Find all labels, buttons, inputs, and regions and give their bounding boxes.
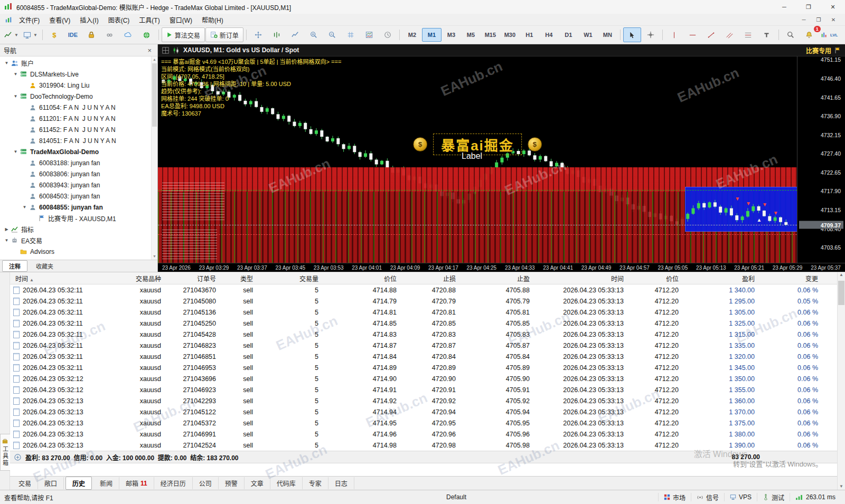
menu-item-4[interactable]: 工具(T) (134, 14, 164, 25)
history-row[interactable]: 2026.04.23 05:32:13xauusd271045122sell54… (10, 406, 837, 417)
trendline-button[interactable] (702, 27, 720, 42)
history-row[interactable]: 2026.04.23 05:32:11xauusd271046851sell54… (10, 351, 837, 362)
chart-type-button[interactable]: ▼ (2, 27, 21, 42)
bar-chart-button[interactable] (268, 27, 286, 42)
history-row[interactable]: 2026.04.23 05:32:13xauusd271042293sell54… (10, 395, 837, 406)
nav-item-0[interactable]: ▼账户 (0, 58, 157, 69)
column-header-11[interactable]: 变更 (759, 274, 822, 283)
history-row[interactable]: 2026.04.23 05:32:13xauusd271042524sell54… (10, 440, 837, 451)
connection-status[interactable]: 263.01 ms (790, 493, 841, 501)
toolbox-tab-专家[interactable]: 专家 (303, 477, 328, 489)
history-table-header[interactable]: 时间▲交易品种订单号类型交易量价位止损止盈时间价位盈利变更 (10, 272, 837, 284)
history-row[interactable]: 2026.04.23 05:32:11xauusd271046953sell54… (10, 362, 837, 373)
history-row[interactable]: 2026.04.23 05:32:11xauusd271045136sell54… (10, 307, 837, 318)
nav-item-10[interactable]: 60083806: junyan fan (0, 168, 157, 179)
child-restore-button[interactable]: ❐ (811, 17, 826, 23)
auto-scroll-button[interactable] (379, 27, 397, 42)
fibonacci-button[interactable] (739, 27, 757, 42)
column-header-7[interactable]: 止盈 (460, 274, 534, 283)
nav-item-18[interactable]: ExpertMACD (0, 257, 157, 260)
status-市场[interactable]: 市场 (658, 493, 691, 501)
cloud-sync-button[interactable] (119, 27, 137, 42)
vertical-line-button[interactable] (665, 27, 683, 42)
menu-item-3[interactable]: 图表(C) (104, 14, 135, 25)
toolbox-tab-预警[interactable]: 预警 (219, 477, 245, 489)
toolbox-tab-新闻[interactable]: 新闻 (93, 477, 119, 489)
nav-item-7[interactable]: 814051: F A N J U N Y A N (0, 135, 157, 146)
market-watch-button[interactable]: $ (45, 27, 63, 42)
nav-item-2[interactable]: 3019904: Ling Liu (0, 80, 157, 91)
mql5-globe-button[interactable] (138, 27, 156, 42)
timeframe-d1-button[interactable]: D1 (559, 28, 578, 42)
scroll-up-icon[interactable]: ▲ (838, 272, 845, 277)
levels-button[interactable]: LVL (819, 27, 840, 42)
toolbox-tab-文章[interactable]: 文章 (245, 477, 270, 489)
zoom-in-button[interactable] (305, 27, 323, 42)
alerts-button[interactable]: 1 (800, 27, 818, 42)
timeframe-w1-button[interactable]: W1 (578, 28, 598, 42)
history-row[interactable]: 2026.04.23 05:32:13xauusd271046991sell54… (10, 429, 837, 440)
timeframe-m5-button[interactable]: M5 (461, 28, 481, 42)
timeframe-m30-button[interactable]: M30 (500, 28, 520, 42)
search-button[interactable] (782, 27, 800, 42)
price-axis[interactable]: 4751.154746.404741.654736.904732.154727.… (797, 56, 845, 263)
nav-item-8[interactable]: ▼TradeMaxGlobal-Demo (0, 146, 157, 157)
column-header-6[interactable]: 止损 (401, 274, 460, 283)
scroll-down-icon[interactable]: ▼ (152, 253, 157, 259)
navigator-close-icon[interactable]: × (145, 46, 154, 54)
child-close-button[interactable]: ✕ (826, 17, 841, 23)
column-header-10[interactable]: 盈利 (683, 274, 759, 283)
expand-summary-icon[interactable] (14, 454, 21, 461)
minimize-button[interactable]: ─ (772, 0, 796, 14)
navigator-tab-1[interactable]: 收藏夹 (29, 260, 60, 272)
menu-item-0[interactable]: 文件(F) (14, 14, 44, 25)
nav-item-14[interactable]: 比赛专用 - XAUUSD,M1 (0, 213, 157, 224)
toolbox-tab-日志[interactable]: 日志 (328, 477, 354, 489)
nav-item-15[interactable]: ▶指标 (0, 224, 157, 235)
column-header-0[interactable]: 时间▲ (10, 274, 119, 283)
grid-toggle-button[interactable] (342, 27, 360, 42)
algo-trading-button[interactable]: 算法交易 (162, 27, 205, 42)
restore-button[interactable]: ❐ (796, 0, 821, 14)
nav-item-4[interactable]: 611054: F A N J U N Y A N (0, 102, 157, 113)
column-header-9[interactable]: 价位 (628, 274, 683, 283)
child-minimize-button[interactable]: ─ (796, 17, 811, 23)
menu-item-1[interactable]: 查看(V) (44, 14, 75, 25)
toolbox-tab-敞口[interactable]: 敞口 (38, 477, 64, 489)
status-VPS[interactable]: VPS (724, 493, 757, 501)
timeframe-m15-button[interactable]: M15 (481, 28, 500, 42)
history-row[interactable]: 2026.04.23 05:32:11xauusd271045428sell54… (10, 329, 837, 340)
scroll-up-icon[interactable]: ▲ (152, 56, 157, 62)
history-row[interactable]: 2026.04.23 05:32:11xauusd271045080sell54… (10, 296, 837, 307)
history-row[interactable]: 2026.04.23 05:32:12xauusd271043696sell54… (10, 373, 837, 384)
column-header-4[interactable]: 交易量 (257, 274, 323, 283)
history-scrollbar[interactable]: ▲ ▼ (837, 272, 845, 490)
column-header-2[interactable]: 订单号 (165, 274, 220, 283)
toolbox-tab-邮箱[interactable]: 邮箱11 (119, 477, 154, 489)
ide-button[interactable]: IDE (64, 27, 82, 42)
chart-profile-button[interactable]: ▼ (21, 27, 40, 42)
column-header-8[interactable]: 时间 (534, 274, 628, 283)
cursor-button[interactable] (623, 27, 641, 42)
column-header-5[interactable]: 价位 (323, 274, 401, 283)
history-row[interactable]: 2026.04.23 05:32:12xauusd271046923sell54… (10, 384, 837, 395)
profile-selector[interactable]: Default (446, 493, 466, 501)
nav-item-16[interactable]: ▼EA交易 (0, 235, 157, 246)
menu-item-5[interactable]: 窗口(W) (165, 14, 197, 25)
zoom-out-button[interactable] (323, 27, 341, 42)
nav-item-13[interactable]: ▼60084855: junyan fan (0, 202, 157, 213)
time-axis[interactable]: 23 Apr 202623 Apr 03:2923 Apr 03:3723 Ap… (158, 263, 845, 272)
toolbox-vertical-tab[interactable]: 工具箱 (0, 434, 10, 471)
toolbox-tab-交易[interactable]: 交易 (12, 477, 38, 489)
status-信号[interactable]: 信号 (691, 493, 724, 501)
scrollbar-thumb[interactable] (152, 63, 157, 127)
menu-item-6[interactable]: 帮助(H) (197, 14, 228, 25)
toolbox-tab-历史[interactable]: 历史 (65, 477, 92, 490)
column-header-3[interactable]: 类型 (220, 274, 257, 283)
chart-object-label[interactable]: Label (462, 151, 482, 161)
nav-item-9[interactable]: 60083188: junyan fan (0, 157, 157, 168)
navigator-scrollbar[interactable]: ▲▼ (151, 56, 157, 260)
nav-item-1[interactable]: ▼DLSMarkets-Live (0, 69, 157, 80)
timeframe-h4-button[interactable]: H4 (539, 28, 559, 42)
text-label-button[interactable] (758, 27, 776, 42)
